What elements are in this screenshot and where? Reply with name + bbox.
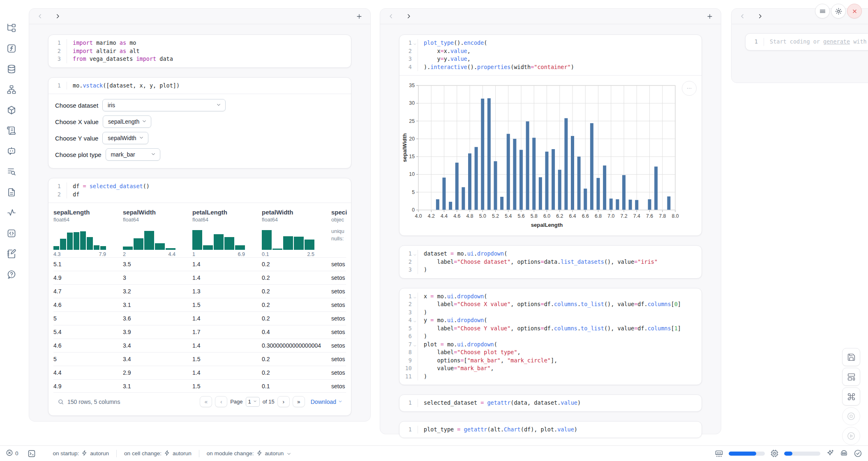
sidebar-dependency-graph-icon[interactable]: [7, 85, 16, 95]
code-editor[interactable]: 1dataset = mo.ui.dropdown(2 label="Choos…: [399, 246, 702, 278]
last-page-button[interactable]: »: [293, 396, 305, 407]
run-button[interactable]: [842, 427, 860, 445]
table-row[interactable]: 5.43.91.70.4setos: [53, 325, 346, 339]
code-line[interactable]: 3): [399, 266, 702, 274]
sidebar-file-tree-icon[interactable]: [7, 23, 16, 33]
code-line[interactable]: 1plot_type().encode(: [399, 39, 702, 47]
table-row[interactable]: 53.61.40.2setos: [53, 311, 346, 325]
sidebar-package-icon[interactable]: [7, 105, 16, 115]
fold-chevron-icon[interactable]: [413, 251, 417, 256]
chevron-right-icon[interactable]: [405, 13, 412, 20]
code-line[interactable]: 3): [399, 309, 702, 317]
code-line[interactable]: 1selected_dataset = getattr(data, datase…: [399, 399, 702, 407]
code-line[interactable]: 2 x=x.value,: [399, 47, 702, 55]
code-line[interactable]: 1dataset = mo.ui.dropdown(: [399, 250, 702, 258]
choose-y-value-select[interactable]: sepalWidth: [102, 132, 148, 144]
choose-dataset-select[interactable]: iris: [102, 99, 226, 111]
chart-options-button[interactable]: [682, 81, 697, 96]
table-row[interactable]: 4.93.11.50.1setos: [53, 379, 346, 393]
table-row[interactable]: 5.13.51.40.2setos: [53, 257, 346, 271]
table-row[interactable]: 4.63.41.40.30000000000000004setos: [53, 339, 346, 352]
chevron-right-icon[interactable]: [54, 13, 61, 20]
code-line[interactable]: 3from vega_datasets import data: [48, 55, 351, 63]
sidebar-ai-chat-icon[interactable]: [7, 146, 16, 156]
code-line[interactable]: 8 label="Choose plot type",: [399, 348, 702, 357]
fold-chevron-icon[interactable]: [413, 294, 417, 299]
code-editor[interactable]: 1plot_type().encode(2 x=x.value,3 y=y.va…: [399, 35, 702, 75]
chevron-left-icon[interactable]: [37, 13, 44, 20]
table-column-header[interactable]: sepalWidthfloat6424.4: [123, 207, 192, 257]
chevron-right-icon[interactable]: [757, 13, 764, 20]
add-cell-button[interactable]: [356, 13, 363, 20]
code-line[interactable]: 1x = mo.ui.dropdown(: [399, 293, 702, 301]
code-editor[interactable]: 1df = selected_dataset()2df: [48, 178, 351, 203]
table-row[interactable]: 4.63.11.50.2setos: [53, 298, 346, 311]
fold-chevron-icon[interactable]: [413, 41, 417, 45]
menu-button[interactable]: [815, 4, 830, 18]
sidebar-scratchpad-icon[interactable]: [7, 249, 16, 259]
table-row[interactable]: 4.73.21.30.2setos: [53, 284, 346, 298]
code-line[interactable]: 5 label="Choose Y value", options=df.col…: [399, 325, 702, 333]
error-count-button[interactable]: 0: [6, 449, 18, 458]
chevron-left-icon[interactable]: [739, 13, 746, 20]
table-column-header[interactable]: petalWidthfloat640.12.5: [262, 207, 331, 257]
runtime-config-button[interactable]: on module change:autorun: [199, 450, 300, 457]
code-line[interactable]: 7plot = mo.ui.dropdown(: [399, 341, 702, 349]
code-editor[interactable]: 1x = mo.ui.dropdown(2 label="Choose X va…: [399, 288, 702, 385]
code-line[interactable]: 2 label="Choose dataset", options=data.l…: [399, 258, 702, 266]
runtime-config-button[interactable]: on startup:autorun: [46, 450, 117, 457]
shutdown-button[interactable]: [847, 4, 862, 18]
table-row[interactable]: 53.41.50.2setos: [53, 352, 346, 366]
code-editor[interactable]: 1selected_dataset = getattr(data, datase…: [399, 395, 702, 411]
sidebar-function-square-icon[interactable]: [7, 44, 16, 53]
settings-button[interactable]: [831, 4, 846, 18]
page-select[interactable]: 1: [246, 397, 260, 407]
code-line[interactable]: 3 y=y.value,: [399, 55, 702, 63]
table-row[interactable]: 4.931.40.2setos: [53, 271, 346, 284]
code-line[interactable]: 6): [399, 332, 702, 341]
first-page-button[interactable]: «: [200, 396, 212, 407]
code-line[interactable]: 2import altair as alt: [48, 47, 351, 55]
previous-page-button[interactable]: ‹: [215, 396, 227, 407]
code-line[interactable]: 9 options=["mark_bar", "mark_circle"],: [399, 357, 702, 365]
code-line[interactable]: 1mo.vstack([dataset, x, y, plot]): [48, 82, 351, 90]
sidebar-database-icon[interactable]: [7, 64, 16, 74]
code-line[interactable]: 1df = selected_dataset(): [48, 182, 351, 191]
fold-chevron-icon[interactable]: [413, 318, 417, 323]
altair-bar-chart[interactable]: 4.04.24.44.64.85.05.25.45.65.86.06.26.46…: [402, 80, 695, 230]
add-cell-button[interactable]: [706, 13, 713, 20]
code-line[interactable]: 10 value="mark_bar",: [399, 364, 702, 373]
copilot-button[interactable]: [840, 449, 848, 458]
code-line[interactable]: 4).interactive().properties(width="conta…: [399, 63, 702, 71]
code-line[interactable]: 1import marimo as mo: [48, 39, 351, 47]
code-editor[interactable]: 1mo.vstack([dataset, x, y, plot]): [48, 78, 351, 94]
code-editor[interactable]: 1plot_type = getattr(alt.Chart(df), plot…: [399, 422, 702, 438]
table-row[interactable]: 4.42.91.40.2setos: [53, 366, 346, 379]
choose-x-value-select[interactable]: sepalLength: [103, 115, 151, 128]
fold-chevron-icon[interactable]: [413, 342, 417, 347]
code-line[interactable]: 4y = mo.ui.dropdown(: [399, 316, 702, 325]
table-column-header[interactable]: petalLengthfloat6416.9: [192, 207, 262, 257]
sidebar-help-icon[interactable]: [7, 270, 16, 279]
sidebar-tracing-icon[interactable]: [7, 208, 16, 218]
code-editor[interactable]: 1import marimo as mo2import altair as al…: [48, 35, 351, 67]
code-line[interactable]: 2 label="Choose X value", options=df.col…: [399, 300, 702, 309]
table-column-header[interactable]: speciobjecuniqunulls:: [331, 207, 347, 257]
sidebar-file-text-icon[interactable]: [7, 187, 16, 197]
next-page-button[interactable]: ›: [277, 396, 290, 407]
sidebar-scroll-text-icon[interactable]: [7, 126, 16, 136]
search-icon[interactable]: [58, 399, 64, 405]
generate-with-ai-link[interactable]: generate: [823, 38, 850, 45]
table-column-header[interactable]: sepalLengthfloat644.37.9: [53, 207, 123, 257]
sidebar-snippets-icon[interactable]: [7, 228, 16, 238]
code-editor-placeholder[interactable]: Start coding or generate with: [764, 38, 868, 46]
choose-plot-type-select[interactable]: mark_bar: [106, 148, 160, 161]
save-button[interactable]: [842, 348, 860, 366]
code-line[interactable]: 1plot_type = getattr(alt.Chart(df), plot…: [399, 426, 702, 434]
terminal-button[interactable]: [28, 449, 36, 458]
layout-button[interactable]: [842, 368, 860, 386]
code-line[interactable]: 11): [399, 373, 702, 381]
code-line[interactable]: 2df: [48, 191, 351, 199]
chevron-left-icon[interactable]: [388, 13, 395, 20]
runtime-config-button[interactable]: on cell change:autorun: [116, 450, 199, 457]
